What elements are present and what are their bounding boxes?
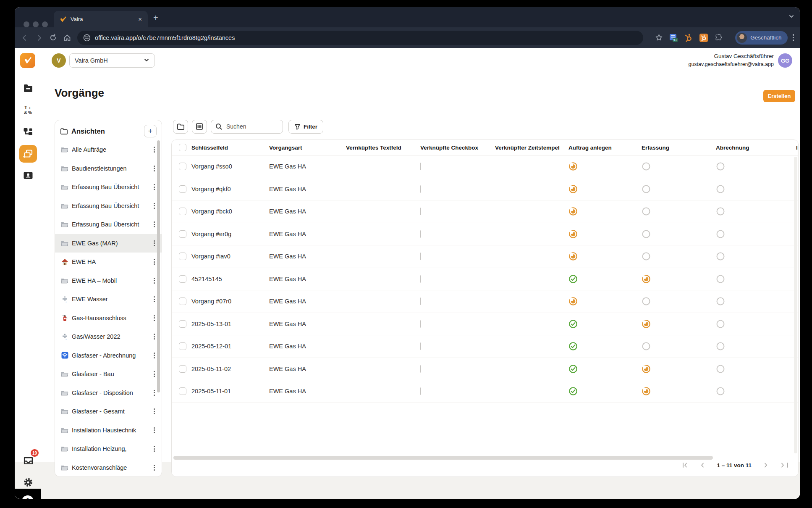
- view-list-item[interactable]: Glasfaser - Abrechnung: [55, 346, 162, 365]
- row-checkbox[interactable]: [179, 208, 186, 215]
- rail-contacts-button[interactable]: [19, 167, 37, 184]
- table-row[interactable]: Vorgang #sso0 EWE Gas HA: [172, 155, 798, 178]
- column-header[interactable]: Abrechnung: [716, 145, 796, 151]
- column-header[interactable]: Vorgangsart: [269, 145, 346, 151]
- search-input[interactable]: [225, 123, 276, 130]
- browser-menu-icon[interactable]: [793, 34, 794, 41]
- hubspot-square-extension-icon[interactable]: [699, 33, 708, 42]
- view-list-item[interactable]: Glasfaser - Gesamt: [55, 402, 162, 421]
- table-folder-button[interactable]: [173, 120, 188, 134]
- view-item-menu-icon[interactable]: [151, 426, 157, 435]
- forward-button[interactable]: [35, 34, 43, 42]
- create-button[interactable]: Erstellen: [763, 90, 795, 102]
- rail-workflows-button[interactable]: [19, 123, 37, 141]
- view-item-menu-icon[interactable]: [151, 295, 157, 304]
- reload-button[interactable]: [49, 34, 57, 42]
- view-list-item[interactable]: Gas/Wasser 2022: [55, 327, 162, 346]
- view-item-menu-icon[interactable]: [151, 351, 157, 360]
- table-row[interactable]: Vorgang #qkf0 EWE Gas HA: [172, 178, 798, 201]
- view-list-item[interactable]: EWE HA: [55, 253, 162, 271]
- view-item-menu-icon[interactable]: [151, 145, 157, 154]
- new-tab-button[interactable]: +: [153, 13, 158, 22]
- column-header[interactable]: Vernküpftes Textfeld: [346, 145, 420, 151]
- org-avatar[interactable]: V: [52, 53, 66, 68]
- view-list-item[interactable]: Erfassung Bau Übersicht: [55, 197, 162, 216]
- view-item-menu-icon[interactable]: [151, 444, 157, 453]
- window-zoom-button[interactable]: [42, 21, 48, 27]
- rail-inbox-button[interactable]: 19: [19, 452, 37, 469]
- column-header[interactable]: Schlüsselfeld: [191, 145, 269, 151]
- next-page-button[interactable]: [762, 462, 769, 469]
- linked-checkbox[interactable]: [420, 163, 421, 170]
- view-item-menu-icon[interactable]: [151, 239, 157, 248]
- first-page-button[interactable]: [681, 462, 688, 469]
- view-item-menu-icon[interactable]: [151, 276, 157, 285]
- browser-tab[interactable]: Vaira ×: [54, 11, 148, 27]
- view-item-menu-icon[interactable]: [151, 332, 157, 341]
- table-view-button[interactable]: [192, 120, 207, 134]
- view-list-item[interactable]: EWE Wasser: [55, 290, 162, 309]
- reading-list-extension-icon[interactable]: 9+: [669, 33, 678, 42]
- bookmark-star-icon[interactable]: [655, 34, 663, 42]
- linked-checkbox[interactable]: [420, 208, 421, 215]
- view-list-item[interactable]: Gas-Hausanschluss: [55, 309, 162, 328]
- view-item-menu-icon[interactable]: [151, 201, 157, 211]
- table-row[interactable]: Vorgang #er0g EWE Gas HA: [172, 223, 798, 246]
- column-header[interactable]: Erfassung: [642, 145, 716, 151]
- tab-close-icon[interactable]: ×: [136, 15, 144, 23]
- rail-projects-button[interactable]: [19, 79, 37, 97]
- horizontal-scrollbar[interactable]: [173, 456, 713, 460]
- views-scrollbar[interactable]: [157, 140, 160, 392]
- linked-checkbox[interactable]: [420, 365, 421, 373]
- rail-instances-button[interactable]: [19, 145, 37, 163]
- window-minimize-button[interactable]: [33, 21, 39, 27]
- row-checkbox[interactable]: [179, 163, 186, 170]
- user-avatar[interactable]: GG: [778, 53, 792, 68]
- row-checkbox[interactable]: [179, 320, 186, 328]
- view-item-menu-icon[interactable]: [151, 220, 157, 229]
- linked-checkbox[interactable]: [420, 297, 421, 305]
- linked-checkbox[interactable]: [420, 320, 421, 328]
- column-header[interactable]: Verknüpfter Zeitstempel: [495, 145, 568, 151]
- row-checkbox[interactable]: [179, 253, 186, 260]
- table-row[interactable]: 452145145 EWE Gas HA: [172, 268, 798, 291]
- column-header[interactable]: Auftrag anlegen: [568, 145, 642, 151]
- search-box[interactable]: [211, 120, 283, 134]
- table-row[interactable]: 2025-05-13-01 EWE Gas HA: [172, 313, 798, 336]
- table-vertical-scrollbar[interactable]: [794, 157, 797, 453]
- view-item-menu-icon[interactable]: [151, 164, 157, 173]
- view-item-menu-icon[interactable]: [151, 182, 157, 192]
- prev-page-button[interactable]: [699, 462, 706, 469]
- view-item-menu-icon[interactable]: [151, 463, 157, 472]
- table-row[interactable]: 2025-05-12-01 EWE Gas HA: [172, 335, 798, 358]
- view-item-menu-icon[interactable]: [151, 388, 157, 397]
- view-list-item[interactable]: Installation Haustechnik: [55, 421, 162, 440]
- row-checkbox[interactable]: [179, 342, 186, 350]
- linked-checkbox[interactable]: [420, 387, 421, 395]
- view-list-item[interactable]: Alle Aufträge: [55, 140, 162, 159]
- linked-checkbox[interactable]: [420, 230, 421, 238]
- row-checkbox[interactable]: [179, 275, 186, 283]
- url-bar[interactable]: office.vaira.app/o/c7be7mnm5f1rdro8tg2g/…: [77, 31, 643, 45]
- linked-checkbox[interactable]: [420, 185, 421, 193]
- filter-button[interactable]: Filter: [288, 120, 323, 134]
- linked-checkbox[interactable]: [420, 342, 421, 350]
- view-list-item[interactable]: Kostenvoranschläge: [55, 458, 162, 475]
- table-row[interactable]: 2025-05-11-02 EWE Gas HA: [172, 358, 798, 381]
- view-list-item[interactable]: EWE Gas (MAR): [55, 234, 162, 253]
- row-checkbox[interactable]: [179, 297, 186, 305]
- view-list-item[interactable]: Baudienstleistungen: [55, 159, 162, 178]
- table-row[interactable]: Vorgang #07r0 EWE Gas HA: [172, 290, 798, 313]
- rail-fields-button[interactable]: T♪&%: [19, 101, 37, 119]
- view-item-menu-icon[interactable]: [151, 407, 157, 416]
- view-list-item[interactable]: Erfassung Bau Übersicht: [55, 215, 162, 234]
- vaira-logo[interactable]: [20, 53, 35, 68]
- row-checkbox[interactable]: [179, 365, 186, 373]
- last-page-button[interactable]: [780, 462, 789, 469]
- window-close-button[interactable]: [24, 21, 29, 27]
- column-header[interactable]: Verknüpfte Checkbox: [420, 145, 495, 151]
- view-item-menu-icon[interactable]: [151, 369, 157, 379]
- help-button[interactable]: ?: [22, 495, 34, 499]
- view-item-menu-icon[interactable]: [151, 257, 157, 266]
- table-row[interactable]: Vorgang #bck0 EWE Gas HA: [172, 200, 798, 223]
